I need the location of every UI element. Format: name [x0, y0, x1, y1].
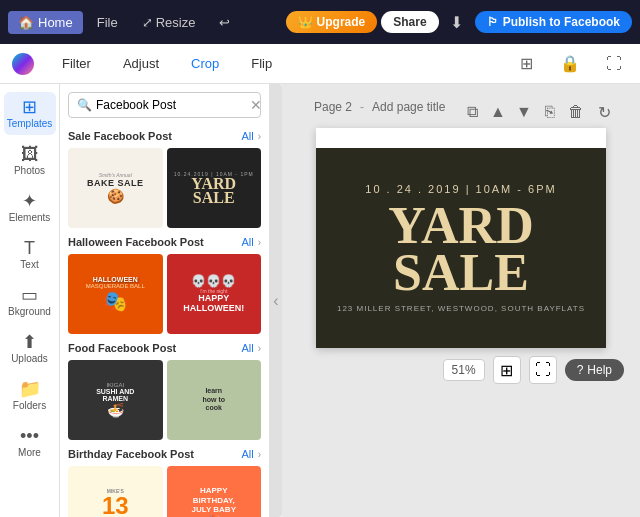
category-food: Food Facebook Post All › IKIGAI SUSHI AN…: [60, 338, 269, 444]
folders-label: Folders: [13, 400, 46, 411]
category-food-all[interactable]: All: [241, 342, 253, 354]
expand-icon[interactable]: ⛶: [600, 50, 628, 78]
category-halloween-all[interactable]: All: [241, 236, 253, 248]
file-menu[interactable]: File: [87, 11, 128, 34]
elements-icon: ✦: [22, 192, 37, 210]
template-happy-birthday[interactable]: HAPPYBIRTHDAY,JULY BABY 🎉: [167, 466, 262, 517]
canvas-content[interactable]: 10 . 24 . 2019 | 10AM - 6PM YARD SALE 12…: [316, 148, 606, 348]
sale-template-grid: Smith's Annual BAKE SALE 🍪 10.24.2019 | …: [68, 148, 261, 228]
template-13-years[interactable]: MIKE'S 13 YEARS: [68, 466, 163, 517]
page-down-button[interactable]: ▼: [512, 100, 536, 124]
more-label: More: [18, 447, 41, 458]
panel-divider[interactable]: ‹: [270, 84, 282, 517]
page-controls: ⧉ ▲ ▼ ⎘ 🗑: [460, 100, 588, 124]
help-button[interactable]: ? Help: [565, 359, 624, 381]
photos-label: Photos: [14, 165, 45, 176]
sidebar-item-photos[interactable]: 🖼 Photos: [4, 139, 56, 182]
category-food-header: Food Facebook Post All ›: [68, 342, 261, 354]
search-clear-icon[interactable]: ✕: [250, 97, 262, 113]
add-page-title[interactable]: Add page title: [372, 100, 445, 114]
refresh-button[interactable]: ↻: [592, 100, 616, 124]
help-icon: ?: [577, 363, 584, 377]
category-food-title: Food Facebook Post: [68, 342, 241, 354]
canva-logo: [12, 53, 34, 75]
download-button[interactable]: ⬇: [443, 8, 471, 36]
facebook-flag-icon: 🏳: [487, 15, 499, 29]
uploads-label: Uploads: [11, 353, 48, 364]
template-halloween-happy[interactable]: 💀💀💀 I'm the night HAPPYHALLOWEEN!: [167, 254, 262, 334]
elements-label: Elements: [9, 212, 51, 223]
upgrade-button[interactable]: 👑 Upgrade: [286, 11, 378, 33]
adjust-button[interactable]: Adjust: [115, 52, 167, 75]
flip-button[interactable]: Flip: [243, 52, 280, 75]
duplicate-page-button[interactable]: ⧉: [460, 100, 484, 124]
sidebar-item-elements[interactable]: ✦ Elements: [4, 186, 56, 229]
page-up-button[interactable]: ▲: [486, 100, 510, 124]
category-halloween-arrow[interactable]: ›: [258, 237, 261, 248]
halloween-template-grid: HALLOWEEN MASQUERADE BALL 🎭 💀💀💀 I'm the …: [68, 254, 261, 334]
category-birthday-all[interactable]: All: [241, 448, 253, 460]
grid-icon[interactable]: ⊞: [512, 50, 540, 78]
lock-icon[interactable]: 🔒: [556, 50, 584, 78]
template-yard-sale[interactable]: 10.24.2019 | 10AM - 1PM YARD SALE: [167, 148, 262, 228]
category-halloween-title: Halloween Facebook Post: [68, 236, 241, 248]
sidebar-item-templates[interactable]: ⊞ Templates: [4, 92, 56, 135]
sidebar-item-uploads[interactable]: ⬆ Uploads: [4, 327, 56, 370]
template-ikigai[interactable]: IKIGAI SUSHI AND RAMEN 🍜: [68, 360, 163, 440]
publish-label: Publish to Facebook: [503, 15, 620, 29]
resize-icon: ⤢: [142, 15, 153, 30]
home-label: Home: [38, 15, 73, 30]
main-layout: ⊞ Templates 🖼 Photos ✦ Elements T Text ▭…: [0, 84, 640, 517]
home-button[interactable]: 🏠 Home: [8, 11, 83, 34]
category-halloween: Halloween Facebook Post All › HALLOWEEN …: [60, 232, 269, 338]
page-label: Page 2 - Add page title: [314, 100, 445, 114]
category-birthday-arrow[interactable]: ›: [258, 449, 261, 460]
template-learn-cook[interactable]: learnhow tocook: [167, 360, 262, 440]
canvas-date: 10 . 24 . 2019 | 10AM - 6PM: [365, 183, 556, 195]
category-birthday-title: Birthday Facebook Post: [68, 448, 241, 460]
templates-icon: ⊞: [22, 98, 37, 116]
copy-page-button[interactable]: ⎘: [538, 100, 562, 124]
sidebar-item-text[interactable]: T Text: [4, 233, 56, 276]
templates-panel: 🔍 ✕ Sale Facebook Post All › Smith's Ann…: [60, 84, 270, 517]
search-input[interactable]: [96, 98, 246, 112]
category-sale: Sale Facebook Post All › Smith's Annual …: [60, 126, 269, 232]
resize-menu[interactable]: ⤢ Resize: [132, 11, 206, 34]
top-nav: 🏠 Home File ⤢ Resize ↩ 👑 Upgrade Share ⬇…: [0, 0, 640, 44]
delete-page-button[interactable]: 🗑: [564, 100, 588, 124]
filter-button[interactable]: Filter: [54, 52, 99, 75]
template-halloween-masquerade[interactable]: HALLOWEEN MASQUERADE BALL 🎭: [68, 254, 163, 334]
share-button[interactable]: Share: [381, 11, 438, 33]
canvas-page[interactable]: 10 . 24 . 2019 | 10AM - 6PM YARD SALE 12…: [316, 128, 606, 348]
sidebar-icons: ⊞ Templates 🖼 Photos ✦ Elements T Text ▭…: [0, 84, 60, 517]
sidebar-item-folders[interactable]: 📁 Folders: [4, 374, 56, 417]
category-birthday-header: Birthday Facebook Post All ›: [68, 448, 261, 460]
category-sale-arrow[interactable]: ›: [258, 131, 261, 142]
publish-button[interactable]: 🏳 Publish to Facebook: [475, 11, 632, 33]
category-sale-all[interactable]: All: [241, 130, 253, 142]
background-icon: ▭: [21, 286, 38, 304]
text-icon: T: [24, 239, 35, 257]
category-halloween-header: Halloween Facebook Post All ›: [68, 236, 261, 248]
sidebar-item-more[interactable]: ••• More: [4, 421, 56, 464]
home-icon: 🏠: [18, 15, 34, 30]
uploads-icon: ⬆: [22, 333, 37, 351]
bottom-controls: 51% ⊞ ⛶ ? Help: [443, 356, 624, 384]
category-sale-title: Sale Facebook Post: [68, 130, 241, 142]
canvas-sale-text: SALE: [393, 250, 529, 297]
canvas-yard-text: YARD: [388, 203, 533, 250]
fullscreen-button[interactable]: ⛶: [529, 356, 557, 384]
undo-button[interactable]: ↩: [209, 11, 240, 34]
category-food-arrow[interactable]: ›: [258, 343, 261, 354]
canvas-area: Page 2 - Add page title ⧉ ▲ ▼ ⎘ 🗑 ↻ 10 .…: [282, 84, 640, 517]
page-number: Page 2: [314, 100, 352, 114]
upgrade-label: Upgrade: [317, 15, 366, 29]
search-icon: 🔍: [77, 98, 92, 112]
sidebar-item-background[interactable]: ▭ Bkground: [4, 280, 56, 323]
crop-button[interactable]: Crop: [183, 52, 227, 75]
grid-view-button[interactable]: ⊞: [493, 356, 521, 384]
text-label: Text: [20, 259, 38, 270]
birthday-template-grid: MIKE'S 13 YEARS HAPPYBIRTHDAY,JULY BABY …: [68, 466, 261, 517]
template-bake-sale[interactable]: Smith's Annual BAKE SALE 🍪: [68, 148, 163, 228]
search-bar[interactable]: 🔍 ✕: [68, 92, 261, 118]
